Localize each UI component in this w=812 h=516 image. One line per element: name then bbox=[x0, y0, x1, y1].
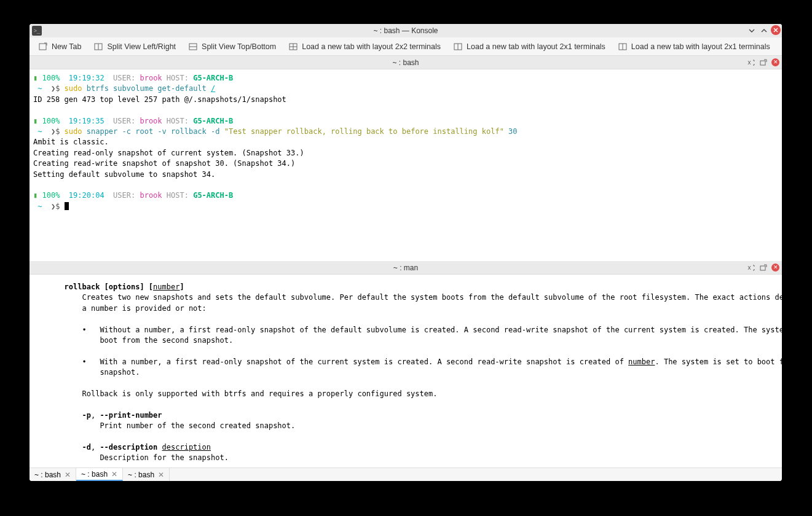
pane-shuffle-icon[interactable] bbox=[747, 264, 755, 272]
terminal-pane-2[interactable]: rollback [options] [number] Creates two … bbox=[30, 275, 782, 467]
pane-detach-icon[interactable] bbox=[759, 58, 768, 67]
split-tb-icon bbox=[188, 42, 198, 52]
split-tb-button[interactable]: Split View Top/Bottom bbox=[183, 40, 281, 53]
tab-1[interactable]: ~ : bash✕ bbox=[30, 468, 76, 481]
konsole-window: >_ ~ : bash — Konsole New Tab Split View… bbox=[30, 24, 782, 481]
tab-bar: ~ : bash✕ ~ : bash✕ ~ : bash✕ bbox=[30, 467, 782, 481]
layout-2x1b-button[interactable]: Load a new tab with layout 2x1 terminals bbox=[613, 40, 775, 53]
tab-close-icon[interactable]: ✕ bbox=[65, 471, 71, 479]
layout-2x1a-button[interactable]: Load a new tab with layout 2x1 terminals bbox=[448, 40, 610, 53]
close-icon[interactable] bbox=[771, 25, 781, 35]
pane2-title: ~ : man ✕ bbox=[30, 261, 782, 275]
pane-detach-icon[interactable] bbox=[759, 264, 768, 272]
split-lr-button[interactable]: Split View Left/Right bbox=[89, 40, 181, 53]
grid-2x1-icon bbox=[453, 42, 463, 52]
pane-shuffle-icon[interactable] bbox=[747, 58, 755, 67]
svg-rect-19 bbox=[760, 266, 765, 270]
pane-close-icon[interactable]: ✕ bbox=[771, 264, 779, 272]
expand-icon[interactable] bbox=[746, 25, 757, 36]
pane-close-icon[interactable]: ✕ bbox=[771, 58, 779, 66]
svg-rect-18 bbox=[760, 61, 765, 65]
new-tab-icon bbox=[38, 42, 48, 52]
tab-3[interactable]: ~ : bash✕ bbox=[123, 468, 170, 481]
new-tab-button[interactable]: New Tab bbox=[33, 40, 86, 53]
tab-2[interactable]: ~ : bash✕ bbox=[76, 468, 123, 481]
layout-2x2-button[interactable]: Load a new tab with layout 2x2 terminals bbox=[283, 40, 446, 53]
output-line: ID 258 gen 473 top level 257 path @/.sna… bbox=[33, 95, 778, 105]
terminal-pane-1[interactable]: ▮ 100% 19:19:32 USER: brook HOST: G5-ARC… bbox=[30, 69, 782, 261]
grid-2x2-icon bbox=[288, 42, 298, 52]
pane1-title: ~ : bash ✕ bbox=[30, 56, 782, 69]
minimize-icon[interactable] bbox=[759, 25, 770, 36]
tab-close-icon[interactable]: ✕ bbox=[158, 471, 164, 479]
window-title: ~ : bash — Konsole bbox=[373, 26, 438, 35]
grid-2x1-icon bbox=[618, 42, 628, 52]
toolbar: New Tab Split View Left/Right Split View… bbox=[30, 37, 782, 56]
tab-close-icon[interactable]: ✕ bbox=[111, 470, 117, 479]
app-icon: >_ bbox=[32, 26, 42, 36]
titlebar[interactable]: >_ ~ : bash — Konsole bbox=[30, 24, 782, 37]
cursor bbox=[65, 202, 69, 210]
copy-button[interactable]: Copy bbox=[780, 40, 782, 53]
svg-rect-0 bbox=[39, 44, 46, 50]
split-lr-icon bbox=[93, 42, 103, 52]
